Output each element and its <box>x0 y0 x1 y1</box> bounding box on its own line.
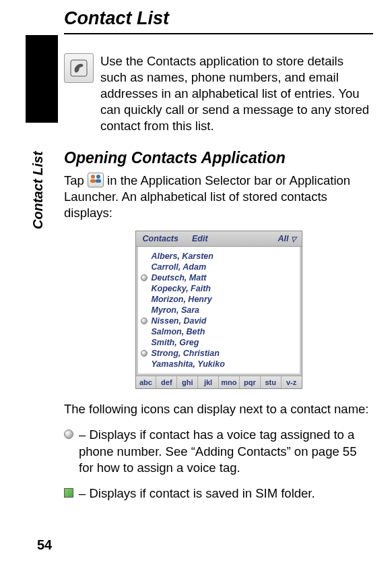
list-item[interactable]: Kopecky, Faith <box>139 283 297 294</box>
alpha-key[interactable]: v-z <box>282 376 302 388</box>
svg-point-2 <box>96 175 100 179</box>
alpha-key[interactable]: stu <box>261 376 282 388</box>
opening-para-post: in the Application Selector bar or Appli… <box>64 173 350 220</box>
voice-tag-description: – Displays if contact has a voice tag as… <box>79 427 373 475</box>
alpha-key[interactable]: jkl <box>198 376 219 388</box>
intro-paragraph: Use the Contacts application to store de… <box>100 53 373 134</box>
opening-para-pre: Tap <box>64 173 88 187</box>
opening-paragraph: Tap in the Application Selector bar or A… <box>64 173 373 221</box>
screenshot-list: Albers, Karsten Carroll, Adam Deutsch, M… <box>136 247 302 376</box>
contacts-app-icon <box>64 53 94 83</box>
list-item[interactable]: Strong, Christian <box>139 348 297 359</box>
chapter-title: Contact List <box>64 8 373 34</box>
screenshot-menu-edit[interactable]: Edit <box>185 231 215 246</box>
list-item[interactable]: Myron, Sara <box>139 305 297 316</box>
svg-rect-4 <box>96 179 101 183</box>
icons-lead-paragraph: The following icons can display next to … <box>64 401 373 417</box>
screenshot-header: Contacts Edit All ▽ <box>136 231 302 247</box>
screenshot-filter-label: All <box>278 234 289 243</box>
alpha-key[interactable]: ghi <box>177 376 198 388</box>
sim-folder-description: – Displays if contact is saved in SIM fo… <box>79 485 315 502</box>
voice-tag-icon <box>64 429 73 439</box>
sim-folder-icon <box>64 488 73 498</box>
alpha-key[interactable]: mno <box>219 376 240 388</box>
alpha-key[interactable]: pqr <box>240 376 261 388</box>
contacts-selector-icon <box>88 173 104 187</box>
voice-tag-icon <box>141 318 148 324</box>
voice-tag-icon <box>141 274 148 281</box>
list-item[interactable]: Albers, Karsten <box>139 251 297 262</box>
voice-tag-icon <box>141 350 148 357</box>
section-title-opening: Opening Contacts Application <box>64 149 373 167</box>
list-item[interactable]: Deutsch, Matt <box>139 272 297 283</box>
alpha-key[interactable]: def <box>156 376 177 388</box>
screenshot-alpha-bar: abc def ghi jkl mno pqr stu v-z <box>136 376 302 388</box>
list-item[interactable]: Salmon, Beth <box>139 326 297 337</box>
contacts-screenshot: Contacts Edit All ▽ Albers, Karsten Carr… <box>135 231 302 389</box>
svg-rect-3 <box>90 179 96 183</box>
page-number: 54 <box>37 537 52 553</box>
chapter-tab <box>26 35 58 123</box>
sidebar-chapter-label: Contact List <box>30 151 46 229</box>
list-item[interactable]: Smith, Greg <box>139 337 297 348</box>
list-item[interactable]: Yamashita, Yukiko <box>139 359 297 369</box>
screenshot-menu-contacts[interactable]: Contacts <box>136 231 185 246</box>
svg-point-1 <box>91 175 95 179</box>
list-item[interactable]: Carroll, Adam <box>139 262 297 272</box>
list-item[interactable]: Nissen, David <box>139 316 297 326</box>
chevron-down-icon: ▽ <box>291 235 296 243</box>
alpha-key[interactable]: abc <box>136 376 157 388</box>
list-item[interactable]: Morizon, Henry <box>139 294 297 305</box>
screenshot-filter-dropdown[interactable]: All ▽ <box>273 231 302 246</box>
